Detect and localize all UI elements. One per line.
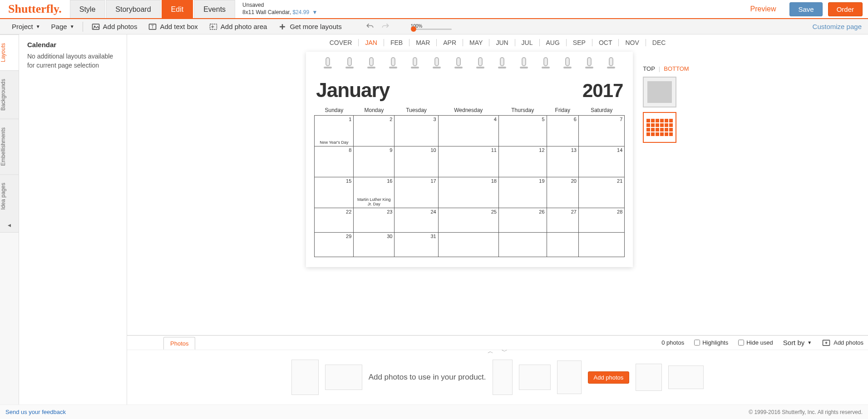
photo-slot[interactable]: [291, 360, 319, 395]
calendar-cell[interactable]: 2: [354, 116, 395, 146]
calendar-cell[interactable]: 27: [547, 208, 578, 233]
zoom-slider[interactable]: [411, 29, 452, 30]
calendar-cell[interactable]: 4: [438, 116, 498, 146]
month-apr[interactable]: APR: [437, 39, 463, 46]
calendar-cell[interactable]: 29: [315, 233, 354, 257]
calendar-cell[interactable]: 18: [438, 177, 498, 208]
calendar-cell[interactable]: [498, 233, 547, 257]
nav-tab-events[interactable]: Events: [194, 0, 235, 18]
view-bottom-label[interactable]: BOTTOM: [664, 65, 689, 72]
view-thumb-top[interactable]: [643, 77, 676, 107]
calendar-cell[interactable]: [438, 233, 498, 257]
calendar-cell[interactable]: 10: [395, 146, 438, 177]
hide-used-checkbox[interactable]: Hide used: [738, 339, 773, 346]
calendar-cell[interactable]: 8: [315, 146, 354, 177]
calendar-cell[interactable]: 31: [395, 233, 438, 257]
month-may[interactable]: MAY: [463, 39, 489, 46]
sidebar-tab-idea-pages[interactable]: Idea pages: [0, 174, 19, 218]
month-mar[interactable]: MAR: [409, 39, 437, 46]
nav-tab-edit[interactable]: Edit: [162, 0, 193, 18]
calendar-cell[interactable]: 12: [498, 146, 547, 177]
month-feb[interactable]: FEB: [384, 39, 409, 46]
workspace: Layouts Backgrounds Embellishments Idea …: [0, 34, 868, 404]
calendar-cell[interactable]: [578, 233, 624, 257]
sidebar-tab-embellishments[interactable]: Embellishments: [0, 119, 19, 174]
sidebar-collapse-icon[interactable]: ◂: [0, 218, 19, 233]
zoom-thumb[interactable]: [411, 26, 416, 32]
calendar-cell[interactable]: 7: [578, 116, 624, 146]
month-oct[interactable]: OCT: [592, 39, 619, 46]
calendar-cell[interactable]: 1New Year's Day: [315, 116, 354, 146]
get-more-layouts-button[interactable]: Get more layouts: [272, 19, 347, 34]
calendar-cell[interactable]: 5: [498, 116, 547, 146]
month-jun[interactable]: JUN: [489, 39, 515, 46]
month-cover[interactable]: COVER: [323, 39, 359, 46]
sort-by-menu[interactable]: Sort by ▼: [783, 335, 812, 351]
calendar-cell[interactable]: 21: [578, 177, 624, 208]
calendar-cell[interactable]: 17: [395, 177, 438, 208]
calendar-cell[interactable]: 30: [354, 233, 395, 257]
toolbar: Project▼ Page▼ Add photos T Add text box…: [0, 19, 868, 34]
preview-button[interactable]: Preview: [742, 2, 784, 16]
view-thumb-bottom[interactable]: [643, 112, 676, 143]
calendar-cell[interactable]: 22: [315, 208, 354, 233]
add-photos-strip-button[interactable]: Add photos: [588, 371, 630, 384]
calendar-cell[interactable]: 13: [547, 146, 578, 177]
calendar-cell[interactable]: 19: [498, 177, 547, 208]
undo-icon[interactable]: [365, 22, 375, 31]
save-button[interactable]: Save: [789, 2, 822, 16]
calendar-cell[interactable]: 25: [438, 208, 498, 233]
chevron-down-icon[interactable]: ﹀: [502, 347, 508, 356]
month-nov[interactable]: NOV: [619, 39, 646, 46]
photos-tab[interactable]: Photos: [163, 337, 195, 350]
photo-slot[interactable]: [493, 360, 513, 395]
add-photos-toolbar-button[interactable]: Add photos: [822, 338, 863, 347]
calendar-cell[interactable]: 9: [354, 146, 395, 177]
nav-tab-style[interactable]: Style: [70, 0, 105, 18]
sidebar-tab-layouts[interactable]: Layouts: [0, 34, 19, 70]
feedback-link[interactable]: Send us your feedback: [5, 409, 66, 415]
order-button[interactable]: Order: [828, 2, 863, 16]
calendar-cell[interactable]: 16Martin Luther King Jr. Day: [354, 177, 395, 208]
sidebar-tab-backgrounds[interactable]: Backgrounds: [0, 70, 19, 119]
photo-slot[interactable]: [557, 361, 582, 394]
customize-page-link[interactable]: Customize page: [813, 23, 862, 30]
calendar-cell[interactable]: 24: [395, 208, 438, 233]
page-menu[interactable]: Page▼: [46, 19, 80, 34]
add-photo-area-button[interactable]: Add photo area: [203, 19, 273, 34]
highlights-checkbox[interactable]: Highlights: [694, 339, 728, 346]
calendar-cell[interactable]: 20: [547, 177, 578, 208]
month-sep[interactable]: SEP: [567, 39, 592, 46]
calendar-cell[interactable]: 14: [578, 146, 624, 177]
month-aug[interactable]: AUG: [540, 39, 567, 46]
nav-tab-storyboard[interactable]: Storyboard: [106, 0, 160, 18]
add-photo-icon: [822, 338, 831, 347]
photo-slot[interactable]: [519, 365, 551, 390]
calendar-canvas[interactable]: January 2017 SundayMondayTuesdayWednesda…: [306, 52, 633, 267]
month-dec[interactable]: DEC: [646, 39, 672, 46]
add-photos-button[interactable]: Add photos: [86, 19, 143, 34]
photo-slot[interactable]: [636, 364, 662, 391]
strip-expand-icons[interactable]: ︿ ﹀: [488, 347, 508, 356]
calendar-cell[interactable]: 23: [354, 208, 395, 233]
zoom-control[interactable]: 100%: [411, 24, 452, 30]
calendar-cell[interactable]: [547, 233, 578, 257]
photo-slot[interactable]: [668, 365, 704, 389]
month-jul[interactable]: JUL: [515, 39, 540, 46]
chevron-up-icon[interactable]: ︿: [488, 347, 493, 356]
view-toggle: TOP | BOTTOM: [643, 65, 689, 143]
calendar-cell[interactable]: 26: [498, 208, 547, 233]
month-jan[interactable]: JAN: [359, 39, 384, 46]
photo-slot[interactable]: [325, 365, 362, 390]
calendar-cell[interactable]: 3: [395, 116, 438, 146]
redo-icon[interactable]: [381, 22, 390, 31]
logo[interactable]: Shutterfly.: [0, 2, 70, 16]
project-menu[interactable]: Project▼: [6, 19, 46, 34]
calendar-cell[interactable]: 11: [438, 146, 498, 177]
calendar-cell[interactable]: 6: [547, 116, 578, 146]
add-text-box-button[interactable]: T Add text box: [143, 19, 203, 34]
status-product-line[interactable]: 8x11 Wall Calendar, $24.99 ▼: [242, 9, 317, 16]
view-top-label[interactable]: TOP: [643, 65, 655, 72]
calendar-cell[interactable]: 15: [315, 177, 354, 208]
calendar-cell[interactable]: 28: [578, 208, 624, 233]
